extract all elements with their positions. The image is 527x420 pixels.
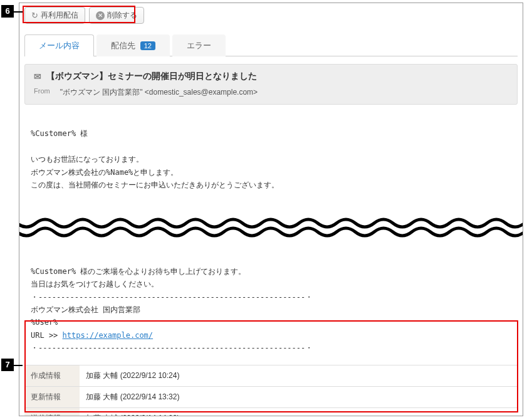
tab-recipients[interactable]: 配信先 12 — [97, 34, 170, 56]
info-row-sent: 送信情報 加藤 大輔 (2022/9/14 14:00) — [24, 408, 518, 416]
sent-label: 送信情報 — [24, 408, 80, 416]
toolbar: ↻ 再利用配信 ✕ 削除する — [19, 3, 523, 28]
reuse-button-label: 再利用配信 — [41, 10, 78, 21]
info-row-updated: 更新情報 加藤 大輔 (2022/9/14 13:32) — [24, 387, 518, 408]
info-table: 作成情報 加藤 大輔 (2022/9/12 10:24) 更新情報 加藤 大輔 … — [24, 365, 518, 416]
tab-error[interactable]: エラー — [172, 34, 226, 56]
reload-icon: ↻ — [31, 11, 38, 20]
delete-button-label: 削除する — [107, 10, 137, 21]
sent-value: 加藤 大輔 (2022/9/14 14:00) — [80, 408, 518, 416]
mail-subject: 【ボウズマン】セミナーの開催日が明日となりました — [46, 71, 257, 82]
tab-mail-content-label: メール内容 — [39, 41, 80, 50]
mail-body-bottom-1: %Customer% 様のご来場を心よりお待ち申し上げております。 当日はお気を… — [31, 267, 313, 340]
mail-subject-row: ✉ 【ボウズマン】セミナーの開催日が明日となりました — [34, 71, 508, 82]
delete-button[interactable]: ✕ 削除する — [89, 7, 144, 24]
from-label: From — [34, 87, 50, 98]
from-value: "ボウズマン 国内営業部" <domestic_sales@example.co… — [60, 87, 258, 98]
envelope-icon: ✉ — [34, 71, 41, 81]
close-icon: ✕ — [96, 11, 105, 20]
mail-detail-frame: ↻ 再利用配信 ✕ 削除する メール内容 配信先 12 エラー ✉ 【ボウズマン… — [19, 3, 523, 416]
mail-body: %Customer% 様 いつもお世話になっております。 ボウズマン株式会社の%… — [31, 115, 511, 355]
reuse-button[interactable]: ↻ 再利用配信 — [24, 7, 85, 24]
mail-header: ✉ 【ボウズマン】セミナーの開催日が明日となりました From "ボウズマン 国… — [24, 64, 518, 105]
info-row-created: 作成情報 加藤 大輔 (2022/9/12 10:24) — [24, 365, 518, 387]
tab-mail-content[interactable]: メール内容 — [24, 34, 94, 56]
mail-from-row: From "ボウズマン 国内営業部" <domestic_sales@examp… — [34, 87, 508, 98]
updated-value: 加藤 大輔 (2022/9/14 13:32) — [80, 387, 518, 407]
content-truncation-wave — [19, 217, 523, 239]
callout-6: 6 — [1, 5, 14, 18]
mail-body-top: %Customer% 様 いつもお世話になっております。 ボウズマン株式会社の%… — [31, 127, 511, 191]
callout-7-line — [14, 365, 23, 366]
tab-error-label: エラー — [187, 41, 211, 50]
mail-body-bottom-2: ・---------------------------------------… — [31, 344, 313, 352]
callout-6-line — [14, 11, 23, 13]
tab-recipients-label: 配信先 — [111, 41, 135, 50]
callout-7: 7 — [1, 359, 14, 371]
created-value: 加藤 大輔 (2022/9/12 10:24) — [80, 365, 518, 386]
tabs: メール内容 配信先 12 エラー — [24, 34, 518, 56]
created-label: 作成情報 — [24, 365, 80, 386]
tab-recipients-badge: 12 — [140, 41, 155, 50]
updated-label: 更新情報 — [24, 387, 80, 407]
mail-body-link[interactable]: https://example.com/ — [63, 331, 154, 340]
